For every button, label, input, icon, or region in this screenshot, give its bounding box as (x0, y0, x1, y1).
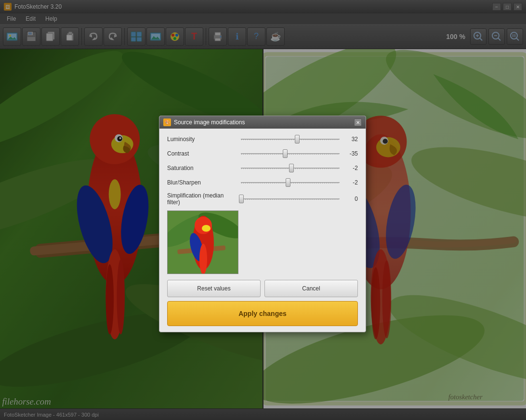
dialog-title: Source image modifications (174, 119, 354, 126)
blur-sharpen-value: -2 (343, 179, 358, 186)
dialog-titlebar: 🎨 Source image modifications ✕ (159, 116, 366, 129)
luminosity-thumb[interactable] (295, 135, 300, 144)
contrast-slider[interactable] (241, 149, 340, 158)
simplification-value: 0 (343, 196, 358, 202)
saturation-value: -2 (343, 165, 358, 171)
luminosity-slider[interactable] (241, 134, 340, 144)
simplification-slider[interactable] (241, 194, 340, 204)
svg-point-91 (202, 225, 210, 232)
luminosity-row: Luminosity 32 (167, 134, 358, 144)
contrast-row: Contrast -35 (167, 149, 358, 158)
saturation-label: Saturation (167, 165, 237, 171)
reset-values-button[interactable]: Reset values (167, 280, 261, 297)
contrast-label: Contrast (167, 150, 237, 157)
luminosity-label: Luminosity (167, 136, 237, 143)
cancel-button[interactable]: Cancel (264, 280, 358, 297)
dialog-icon: 🎨 (163, 118, 171, 126)
source-modifications-dialog: 🎨 Source image modifications ✕ Luminosit… (159, 116, 366, 332)
dialog-close-button[interactable]: ✕ (354, 118, 362, 126)
contrast-thumb[interactable] (283, 149, 288, 158)
apply-changes-button[interactable]: Apply changes (167, 301, 358, 326)
blur-sharpen-row: Blur/Sharpen -2 (167, 178, 358, 187)
saturation-row: Saturation -2 (167, 163, 358, 173)
saturation-slider[interactable] (241, 163, 340, 173)
svg-point-92 (199, 244, 207, 274)
saturation-thumb[interactable] (289, 164, 294, 172)
blur-sharpen-thumb[interactable] (286, 178, 290, 187)
dialog-body: Luminosity 32 Contrast -35 Saturatio (159, 129, 366, 332)
blur-sharpen-slider[interactable] (241, 178, 340, 187)
contrast-value: -35 (343, 150, 358, 157)
thumbnail-area (167, 210, 358, 274)
svg-point-90 (195, 217, 212, 234)
button-row-1: Reset values Cancel (167, 280, 358, 297)
blur-sharpen-label: Blur/Sharpen (167, 179, 237, 186)
simplification-thumb[interactable] (239, 195, 244, 203)
simplification-label: Simplification (median filter) (167, 192, 237, 206)
luminosity-value: 32 (343, 136, 358, 143)
simplification-row: Simplification (median filter) 0 (167, 192, 358, 206)
preview-thumbnail (167, 210, 238, 274)
